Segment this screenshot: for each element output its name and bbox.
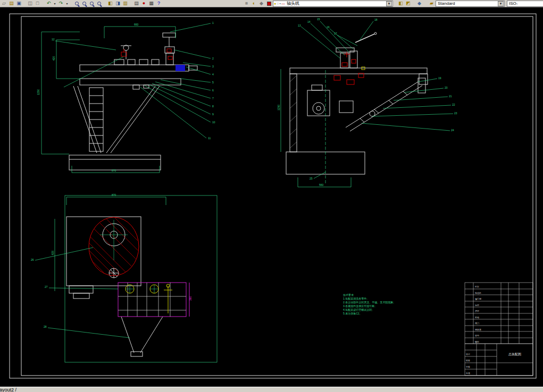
save-icon[interactable]: ▣	[15, 1, 22, 7]
drawing-title: 总装配图	[508, 353, 521, 356]
front-view: 123456789101112 660 1250 420 870	[37, 21, 215, 173]
grid-icon[interactable]: ▦	[148, 1, 155, 7]
blue-block	[176, 65, 185, 71]
style-combo-dropdown-icon[interactable]: ▼	[498, 1, 504, 6]
parts-list-row: 轴承座	[475, 328, 481, 331]
layer-combo-dropdown-icon[interactable]: ▼	[386, 1, 392, 6]
callout-number: 7	[212, 97, 214, 100]
toolbar-separator	[394, 1, 397, 7]
callout-number: 18	[374, 18, 378, 21]
toolbar-separator	[103, 1, 106, 7]
callout-number: 10	[212, 121, 215, 124]
drawing-canvas[interactable]: 123456789101112 660 1250 420 870	[0, 7, 543, 387]
toolbar-separator	[163, 1, 243, 7]
parts-list-row: 闸门	[475, 322, 479, 325]
dim-text: 420	[52, 56, 55, 61]
parts-list-row: 连杆	[475, 304, 479, 306]
callout-number: 13	[298, 24, 301, 27]
toolbar-separator	[23, 1, 26, 7]
pan-icon[interactable]	[96, 1, 103, 7]
centerlines	[100, 220, 158, 293]
layer-lock-icon[interactable]: ◆	[258, 1, 265, 7]
title-block-field: 审核	[466, 365, 470, 368]
callout-number: 12	[52, 38, 55, 41]
dimension-lines	[41, 27, 176, 173]
wall-hatch	[290, 75, 297, 148]
zoom-window-icon[interactable]	[81, 1, 88, 7]
statusbar: Layout2 /	[0, 387, 543, 392]
toolbar-separator	[70, 1, 73, 7]
layer-combo[interactable]: ●○▪—轴头线▼	[273, 1, 393, 7]
title-block-field: 设计	[466, 353, 470, 355]
toolbar-separator	[423, 1, 428, 7]
undo-icon[interactable]: ↶	[45, 1, 52, 7]
plot-icon[interactable]: ▤	[133, 1, 140, 7]
callout-number: 1	[212, 21, 214, 24]
callout-number: 5	[212, 81, 214, 84]
callout-number: 21	[449, 95, 452, 98]
dim-text: 1250	[37, 89, 40, 95]
callout-labels: 262728	[31, 258, 48, 328]
dimstyle-combo[interactable]: ISO-	[507, 1, 543, 7]
open-icon[interactable]: ▤	[8, 1, 15, 7]
help-icon[interactable]: ?	[155, 1, 162, 7]
new-file-icon[interactable]: ▱	[1, 1, 7, 7]
redo-icon[interactable]: ↷	[57, 1, 64, 7]
layer-states-icon[interactable]: ◐	[250, 1, 257, 7]
layer-lock-state-icon: ▪	[279, 2, 280, 5]
properties-icon[interactable]: ◆	[416, 1, 423, 7]
redo-dropdown-icon[interactable]: ▾	[65, 1, 69, 7]
leader-lines	[55, 23, 211, 138]
undo-dropdown-icon[interactable]: ▾	[53, 1, 57, 7]
layout-tab[interactable]: Layout2 /	[0, 387, 16, 392]
title-block-field: 批准	[466, 372, 470, 374]
toolbar-separator	[129, 1, 132, 7]
leader-lines	[35, 248, 130, 338]
dim-text: 560	[319, 183, 324, 186]
toolbar: ▱▤▣◫□↶▾↷▾◧◨▥▤●▦?≡◐◆●○▪—轴头线▼◧◩◆▰Standard▼…	[0, 0, 543, 7]
cad-application-window: { "toolbar": { "items": [ {"type":"glyph…	[0, 0, 543, 392]
title-block-fields: 设计校核审核批准	[465, 353, 470, 374]
measure-icon[interactable]: ◧	[107, 1, 114, 7]
callout-number: 11	[208, 137, 211, 140]
text-style-icon[interactable]: ▰	[428, 1, 435, 7]
sheet-frame	[10, 14, 536, 378]
parts-list-row: 机架	[474, 285, 479, 288]
print-preview-icon[interactable]: □	[34, 1, 41, 7]
callout-number: 24	[451, 129, 454, 132]
dim-text: 360	[189, 296, 192, 301]
callout-number: 28	[44, 325, 47, 328]
list-icon[interactable]: ▥	[122, 1, 129, 7]
callout-number: 27	[45, 285, 48, 288]
zoom-realtime-icon[interactable]	[73, 1, 80, 7]
callout-number: 8	[212, 105, 214, 108]
toolbar-separator	[412, 1, 415, 7]
side-view: 13141516171819202122232425 560 1250	[277, 18, 457, 187]
layers-icon[interactable]: ≡	[243, 1, 250, 7]
parts-list-row: 螺栓	[475, 340, 479, 343]
parts-list-row: 料槽	[475, 316, 479, 319]
technical-notes: 技术要求1.装配前清洗各零件;2.各运动部件运转灵活、平稳、无卡阻现象;3.各紧…	[343, 293, 394, 316]
title-block-field: 校核	[465, 359, 470, 362]
make-current-layer-icon[interactable]: ◩	[405, 1, 412, 7]
print-icon[interactable]: ◫	[27, 1, 34, 7]
layer-previous-icon[interactable]: ◧	[397, 1, 404, 7]
toolbar-separator	[505, 1, 506, 7]
toolbar-separator	[41, 1, 45, 7]
zoom-previous-icon[interactable]	[88, 1, 95, 7]
dim-text: 620	[51, 250, 54, 255]
callout-number: 26	[31, 258, 34, 261]
parts-list-row: 齿轮	[475, 334, 479, 337]
drawing-sheet: 123456789101112 660 1250 420 870	[0, 7, 543, 387]
callout-number: 16	[327, 25, 330, 29]
callout-number: 20	[445, 86, 448, 89]
callout-number: 6	[212, 89, 214, 92]
callout-number: 9	[212, 113, 214, 116]
area-icon[interactable]: ◨	[114, 1, 121, 7]
parts-list-text: 机架电动机偏心轴连杆摆杆料槽闸门轴承座齿轮螺栓	[474, 285, 481, 343]
markup-icon[interactable]: ●	[140, 1, 147, 7]
color-control-icon[interactable]	[265, 1, 272, 7]
style-combo[interactable]: Standard▼	[436, 1, 505, 7]
callout-number: 23	[454, 112, 457, 115]
callout-number: 22	[452, 103, 455, 106]
